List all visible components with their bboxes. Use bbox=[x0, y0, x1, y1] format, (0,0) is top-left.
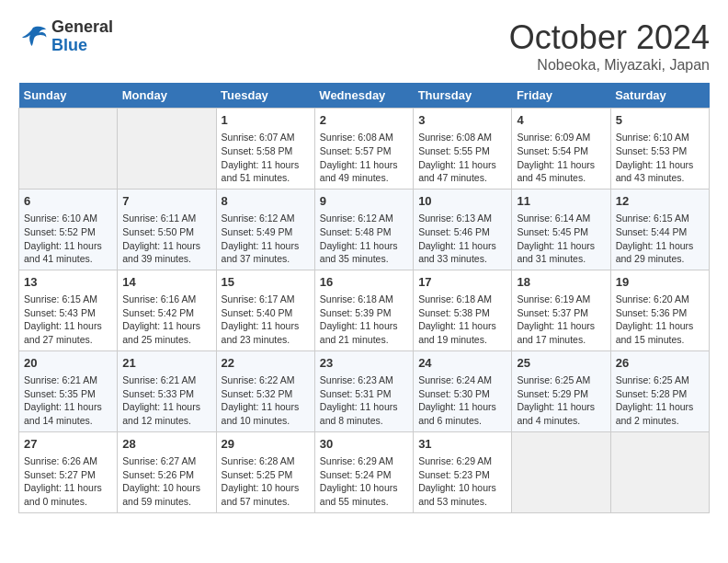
calendar-cell: 1Sunrise: 6:07 AMSunset: 5:58 PMDaylight… bbox=[216, 109, 314, 190]
day-info: Sunrise: 6:07 AMSunset: 5:58 PMDaylight:… bbox=[222, 131, 310, 185]
day-info: Sunrise: 6:26 AMSunset: 5:27 PMDaylight:… bbox=[24, 454, 112, 509]
day-number: 23 bbox=[320, 355, 408, 372]
calendar-cell: 21Sunrise: 6:21 AMSunset: 5:33 PMDayligh… bbox=[118, 350, 216, 431]
day-info: Sunrise: 6:10 AMSunset: 5:53 PMDaylight:… bbox=[616, 131, 704, 185]
calendar-cell: 12Sunrise: 6:15 AMSunset: 5:44 PMDayligh… bbox=[610, 189, 709, 270]
calendar-cell: 19Sunrise: 6:20 AMSunset: 5:36 PMDayligh… bbox=[610, 270, 709, 350]
day-info: Sunrise: 6:12 AMSunset: 5:49 PMDaylight:… bbox=[222, 212, 310, 266]
day-number: 29 bbox=[222, 436, 310, 453]
calendar-cell: 29Sunrise: 6:28 AMSunset: 5:25 PMDayligh… bbox=[216, 431, 314, 512]
title-block: October 2024 Nobeoka, Miyazaki, Japan bbox=[509, 18, 710, 74]
logo-line1: General bbox=[51, 18, 113, 37]
calendar-week-4: 20Sunrise: 6:21 AMSunset: 5:35 PMDayligh… bbox=[19, 350, 710, 431]
calendar-cell: 17Sunrise: 6:18 AMSunset: 5:38 PMDayligh… bbox=[414, 270, 512, 350]
calendar-cell: 11Sunrise: 6:14 AMSunset: 5:45 PMDayligh… bbox=[512, 189, 610, 270]
calendar-cell: 26Sunrise: 6:25 AMSunset: 5:28 PMDayligh… bbox=[610, 350, 709, 431]
day-number: 17 bbox=[418, 274, 506, 291]
day-info: Sunrise: 6:28 AMSunset: 5:25 PMDaylight:… bbox=[222, 454, 310, 509]
calendar-week-5: 27Sunrise: 6:26 AMSunset: 5:27 PMDayligh… bbox=[19, 431, 710, 512]
calendar-week-1: 1Sunrise: 6:07 AMSunset: 5:58 PMDaylight… bbox=[19, 109, 710, 190]
day-info: Sunrise: 6:08 AMSunset: 5:55 PMDaylight:… bbox=[418, 131, 506, 185]
day-number: 14 bbox=[122, 274, 210, 291]
day-info: Sunrise: 6:12 AMSunset: 5:48 PMDaylight:… bbox=[320, 212, 408, 266]
day-header-saturday: Saturday bbox=[610, 83, 709, 109]
calendar-cell: 25Sunrise: 6:25 AMSunset: 5:29 PMDayligh… bbox=[512, 350, 610, 431]
calendar-cell: 16Sunrise: 6:18 AMSunset: 5:39 PMDayligh… bbox=[314, 270, 413, 350]
calendar-cell: 4Sunrise: 6:09 AMSunset: 5:54 PMDaylight… bbox=[512, 109, 610, 190]
day-info: Sunrise: 6:09 AMSunset: 5:54 PMDaylight:… bbox=[517, 131, 605, 185]
day-info: Sunrise: 6:08 AMSunset: 5:57 PMDaylight:… bbox=[320, 131, 408, 185]
day-number: 16 bbox=[320, 274, 408, 291]
day-number: 21 bbox=[122, 355, 210, 372]
day-info: Sunrise: 6:20 AMSunset: 5:36 PMDaylight:… bbox=[616, 293, 704, 347]
day-number: 31 bbox=[418, 436, 506, 453]
calendar-week-2: 6Sunrise: 6:10 AMSunset: 5:52 PMDaylight… bbox=[19, 189, 710, 270]
day-number: 12 bbox=[616, 193, 704, 210]
calendar-cell: 3Sunrise: 6:08 AMSunset: 5:55 PMDaylight… bbox=[414, 109, 512, 190]
day-number: 4 bbox=[517, 112, 605, 129]
day-number: 13 bbox=[24, 274, 112, 291]
day-info: Sunrise: 6:27 AMSunset: 5:26 PMDaylight:… bbox=[122, 454, 210, 509]
calendar-cell: 23Sunrise: 6:23 AMSunset: 5:31 PMDayligh… bbox=[314, 350, 413, 431]
calendar-cell bbox=[512, 431, 610, 512]
day-number: 24 bbox=[418, 355, 506, 372]
day-info: Sunrise: 6:19 AMSunset: 5:37 PMDaylight:… bbox=[517, 293, 605, 347]
day-number: 2 bbox=[320, 112, 408, 129]
calendar-cell: 31Sunrise: 6:29 AMSunset: 5:23 PMDayligh… bbox=[414, 431, 512, 512]
day-info: Sunrise: 6:18 AMSunset: 5:39 PMDaylight:… bbox=[320, 293, 408, 347]
day-number: 9 bbox=[320, 193, 408, 210]
calendar-cell: 20Sunrise: 6:21 AMSunset: 5:35 PMDayligh… bbox=[19, 350, 118, 431]
day-number: 7 bbox=[122, 193, 210, 210]
calendar-cell bbox=[118, 109, 216, 190]
day-info: Sunrise: 6:29 AMSunset: 5:24 PMDaylight:… bbox=[320, 454, 408, 509]
calendar-cell: 14Sunrise: 6:16 AMSunset: 5:42 PMDayligh… bbox=[118, 270, 216, 350]
day-info: Sunrise: 6:11 AMSunset: 5:50 PMDaylight:… bbox=[122, 212, 210, 266]
calendar-week-3: 13Sunrise: 6:15 AMSunset: 5:43 PMDayligh… bbox=[19, 270, 710, 350]
day-info: Sunrise: 6:14 AMSunset: 5:45 PMDaylight:… bbox=[517, 212, 605, 266]
calendar-cell: 8Sunrise: 6:12 AMSunset: 5:49 PMDaylight… bbox=[216, 189, 314, 270]
page-header: General Blue October 2024 Nobeoka, Miyaz… bbox=[18, 18, 710, 74]
day-info: Sunrise: 6:24 AMSunset: 5:30 PMDaylight:… bbox=[418, 373, 506, 428]
day-number: 25 bbox=[517, 355, 605, 372]
calendar-cell: 28Sunrise: 6:27 AMSunset: 5:26 PMDayligh… bbox=[118, 431, 216, 512]
day-info: Sunrise: 6:21 AMSunset: 5:35 PMDaylight:… bbox=[24, 373, 112, 428]
day-number: 5 bbox=[616, 112, 704, 129]
day-header-thursday: Thursday bbox=[414, 83, 512, 109]
day-number: 1 bbox=[222, 112, 310, 129]
day-info: Sunrise: 6:16 AMSunset: 5:42 PMDaylight:… bbox=[122, 293, 210, 347]
day-number: 10 bbox=[418, 193, 506, 210]
day-number: 28 bbox=[122, 436, 210, 453]
logo: General Blue bbox=[18, 18, 113, 55]
day-number: 18 bbox=[517, 274, 605, 291]
day-info: Sunrise: 6:15 AMSunset: 5:43 PMDaylight:… bbox=[24, 293, 112, 347]
day-number: 8 bbox=[222, 193, 310, 210]
location: Nobeoka, Miyazaki, Japan bbox=[509, 57, 710, 74]
day-info: Sunrise: 6:13 AMSunset: 5:46 PMDaylight:… bbox=[418, 212, 506, 266]
day-header-sunday: Sunday bbox=[19, 83, 118, 109]
month-title: October 2024 bbox=[509, 18, 710, 57]
day-number: 15 bbox=[222, 274, 310, 291]
calendar-header-row: SundayMondayTuesdayWednesdayThursdayFrid… bbox=[19, 83, 710, 109]
calendar-table: SundayMondayTuesdayWednesdayThursdayFrid… bbox=[18, 83, 710, 513]
day-info: Sunrise: 6:21 AMSunset: 5:33 PMDaylight:… bbox=[122, 373, 210, 428]
day-info: Sunrise: 6:15 AMSunset: 5:44 PMDaylight:… bbox=[616, 212, 704, 266]
day-number: 26 bbox=[616, 355, 704, 372]
day-number: 11 bbox=[517, 193, 605, 210]
day-info: Sunrise: 6:29 AMSunset: 5:23 PMDaylight:… bbox=[418, 454, 506, 509]
calendar-cell bbox=[19, 109, 118, 190]
calendar-cell: 10Sunrise: 6:13 AMSunset: 5:46 PMDayligh… bbox=[414, 189, 512, 270]
calendar-cell: 18Sunrise: 6:19 AMSunset: 5:37 PMDayligh… bbox=[512, 270, 610, 350]
day-number: 27 bbox=[24, 436, 112, 453]
day-header-tuesday: Tuesday bbox=[216, 83, 314, 109]
logo-icon bbox=[18, 24, 48, 50]
day-info: Sunrise: 6:17 AMSunset: 5:40 PMDaylight:… bbox=[222, 293, 310, 347]
day-number: 20 bbox=[24, 355, 112, 372]
calendar-body: 1Sunrise: 6:07 AMSunset: 5:58 PMDaylight… bbox=[19, 109, 710, 513]
calendar-cell bbox=[610, 431, 709, 512]
calendar-cell: 5Sunrise: 6:10 AMSunset: 5:53 PMDaylight… bbox=[610, 109, 709, 190]
day-info: Sunrise: 6:18 AMSunset: 5:38 PMDaylight:… bbox=[418, 293, 506, 347]
day-number: 6 bbox=[24, 193, 112, 210]
day-number: 3 bbox=[418, 112, 506, 129]
day-number: 19 bbox=[616, 274, 704, 291]
calendar-cell: 30Sunrise: 6:29 AMSunset: 5:24 PMDayligh… bbox=[314, 431, 413, 512]
